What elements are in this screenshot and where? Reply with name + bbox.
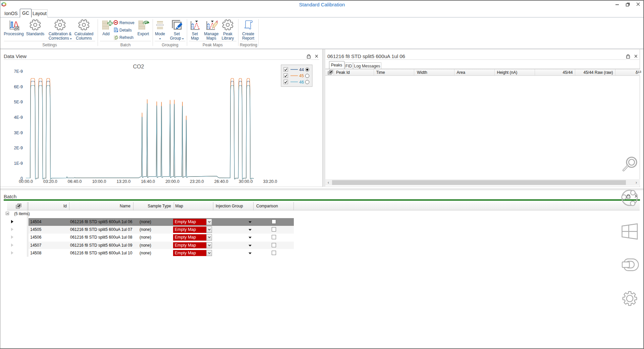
svg-text:3E-9: 3E-9: [14, 131, 23, 135]
svg-text:20:00.0: 20:00.0: [165, 179, 179, 184]
svg-text:46: 46: [299, 80, 304, 85]
svg-text:44: 44: [299, 67, 304, 72]
svg-text:16:40.0: 16:40.0: [141, 179, 155, 184]
svg-text:1E-9: 1E-9: [14, 161, 23, 166]
svg-text:5E-9: 5E-9: [14, 100, 23, 104]
svg-text:26:40.0: 26:40.0: [214, 179, 228, 184]
svg-text:7E-9: 7E-9: [14, 69, 23, 74]
svg-text:33:20.0: 33:20.0: [263, 179, 277, 184]
svg-text:45: 45: [299, 73, 304, 78]
svg-text:13:20.0: 13:20.0: [117, 179, 131, 184]
svg-text:00:00.0: 00:00.0: [19, 179, 33, 184]
svg-text:30:00.0: 30:00.0: [239, 179, 253, 184]
svg-text:03:20.0: 03:20.0: [43, 179, 57, 184]
svg-text:06:40.0: 06:40.0: [68, 179, 82, 184]
svg-text:CO2: CO2: [133, 64, 144, 69]
svg-text:4E-9: 4E-9: [14, 115, 23, 120]
svg-text:10:00.0: 10:00.0: [92, 179, 106, 184]
svg-text:2E-9: 2E-9: [14, 146, 23, 150]
svg-text:6E-9: 6E-9: [14, 85, 23, 89]
svg-text:23:20.0: 23:20.0: [190, 179, 204, 184]
